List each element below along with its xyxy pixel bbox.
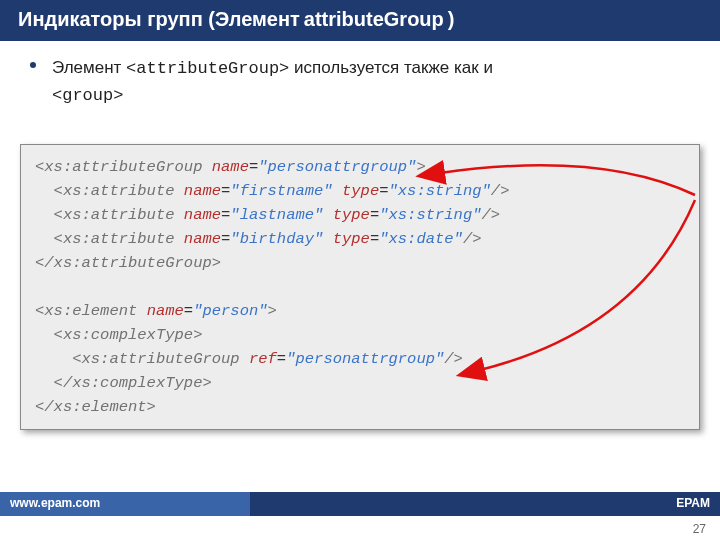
title-text-close: ) bbox=[448, 8, 455, 31]
code-token: type bbox=[333, 182, 380, 200]
code-token: = bbox=[370, 230, 379, 248]
code-token: <xs:attribute bbox=[35, 206, 175, 224]
footer-bar: www.epam.com EPAM bbox=[0, 492, 720, 516]
code-token: = bbox=[370, 206, 379, 224]
bullet-text-2: используется также как и bbox=[289, 58, 493, 77]
footer-url: www.epam.com bbox=[0, 492, 250, 516]
code-token: /> bbox=[491, 182, 510, 200]
code-token: <xs:attributeGroup bbox=[35, 350, 240, 368]
code-token: = bbox=[277, 350, 286, 368]
body-area: Элемент <attributeGroup> используется та… bbox=[0, 41, 720, 108]
code-token: = bbox=[249, 158, 258, 176]
code-token: /> bbox=[463, 230, 482, 248]
code-token: </xs:attributeGroup> bbox=[35, 254, 221, 272]
code-token: "firstname" bbox=[230, 182, 332, 200]
code-token: "personattrgroup" bbox=[286, 350, 444, 368]
code-token: <xs:attribute bbox=[35, 182, 175, 200]
code-token: "lastname" bbox=[230, 206, 323, 224]
code-token: type bbox=[323, 206, 370, 224]
code-token: name bbox=[175, 230, 222, 248]
bullet-item: Элемент <attributeGroup> используется та… bbox=[52, 55, 684, 108]
bullet-text-1: Элемент bbox=[52, 58, 126, 77]
code-token: /> bbox=[444, 350, 463, 368]
code-token: <xs:attributeGroup bbox=[35, 158, 202, 176]
footer-brand: EPAM bbox=[250, 492, 720, 516]
code-token: = bbox=[184, 302, 193, 320]
code-token: "birthday" bbox=[230, 230, 323, 248]
code-token: ref bbox=[240, 350, 277, 368]
bullet-dot-icon bbox=[30, 62, 36, 68]
code-token: </xs:complexType> bbox=[35, 374, 212, 392]
code-token: "person" bbox=[193, 302, 267, 320]
code-token: </xs:element> bbox=[35, 398, 156, 416]
code-token: = bbox=[221, 230, 230, 248]
code-token: <xs:element bbox=[35, 302, 137, 320]
code-token: name bbox=[202, 158, 249, 176]
code-token: name bbox=[175, 182, 222, 200]
code-token: <xs:complexType> bbox=[35, 326, 202, 344]
code-token: = bbox=[221, 206, 230, 224]
code-token: = bbox=[379, 182, 388, 200]
slide-title: Индикаторы групп (Элемент attributeGroup… bbox=[0, 0, 720, 41]
code-token: "xs:string" bbox=[389, 182, 491, 200]
code-token: > bbox=[416, 158, 425, 176]
code-token: > bbox=[268, 302, 277, 320]
code-token bbox=[35, 278, 44, 296]
code-token: type bbox=[323, 230, 370, 248]
code-token: name bbox=[175, 206, 222, 224]
code-token: <xs:attribute bbox=[35, 230, 175, 248]
title-text-elem: attributeGroup bbox=[304, 8, 444, 31]
page-number: 27 bbox=[693, 522, 706, 536]
code-token: "personattrgroup" bbox=[258, 158, 416, 176]
code-block: <xs:attributeGroup name="personattrgroup… bbox=[20, 144, 700, 430]
title-text-main: Индикаторы групп (Элемент bbox=[18, 8, 300, 31]
code-token: /> bbox=[482, 206, 501, 224]
code-token: "xs:string" bbox=[379, 206, 481, 224]
bullet-code-2: <group> bbox=[52, 86, 123, 105]
bullet-code-1: <attributeGroup> bbox=[126, 59, 289, 78]
code-token: = bbox=[221, 182, 230, 200]
code-token: name bbox=[137, 302, 184, 320]
code-token: "xs:date" bbox=[379, 230, 463, 248]
